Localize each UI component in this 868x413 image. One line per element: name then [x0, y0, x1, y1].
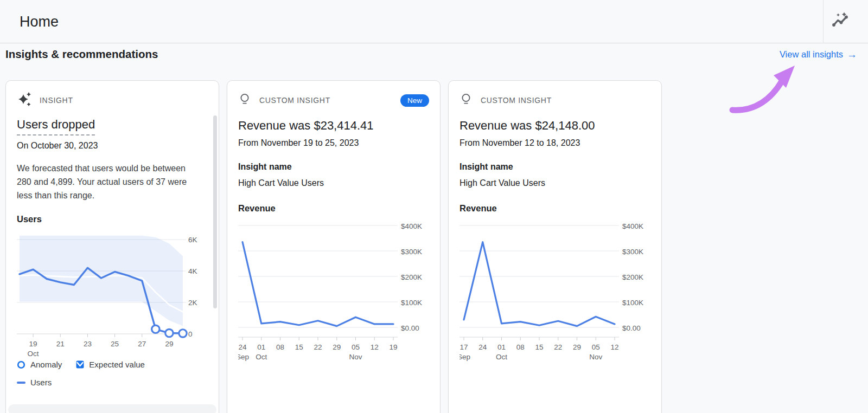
purple-annotation-arrow — [727, 59, 800, 115]
legend-expected-value: Expected value — [76, 360, 145, 369]
revenue-chart: $400K$300K$200K$100K$0.0017Sep2401Oct081… — [459, 217, 652, 362]
insights-sparkline-icon — [831, 12, 851, 31]
users-forecast-chart: 6K4K2K019Oct2123252729 — [17, 228, 209, 358]
svg-text:29: 29 — [333, 343, 341, 351]
view-all-insights-link[interactable]: View all insights → — [780, 49, 857, 60]
page-title: Home — [20, 14, 59, 30]
right-arrow-icon: → — [847, 49, 857, 60]
svg-text:Oct: Oct — [496, 353, 507, 361]
svg-text:Sep: Sep — [238, 353, 249, 361]
svg-text:27: 27 — [138, 340, 146, 348]
insight-card-revenue-nov12-18[interactable]: CUSTOM INSIGHT Revenue was $24,148.00 Fr… — [448, 80, 662, 413]
insight-name-label: Insight name — [238, 162, 429, 172]
svg-text:15: 15 — [295, 343, 303, 351]
svg-text:19: 19 — [389, 343, 397, 351]
svg-text:22: 22 — [314, 343, 322, 351]
svg-text:$0.00: $0.00 — [401, 324, 419, 332]
svg-text:01: 01 — [257, 343, 265, 351]
svg-text:Nov: Nov — [589, 353, 602, 361]
revenue-chart: $400K$300K$200K$100K$0.0024Sep01Oct08152… — [238, 217, 430, 362]
insight-card-users-dropped[interactable]: INSIGHT Users dropped On October 30, 202… — [5, 80, 219, 413]
svg-text:12: 12 — [371, 343, 379, 351]
svg-text:6K: 6K — [188, 236, 197, 244]
svg-text:$100K: $100K — [622, 299, 643, 307]
legend-users: Users — [17, 378, 52, 387]
topbar-divider — [823, 0, 824, 43]
svg-text:12: 12 — [610, 343, 618, 351]
insight-date: From November 12 to 18, 2023 — [459, 138, 650, 148]
card-tag-row: CUSTOM INSIGHT New — [238, 93, 429, 108]
new-badge: New — [400, 94, 429, 107]
svg-text:Sep: Sep — [459, 353, 470, 361]
svg-text:05: 05 — [592, 343, 600, 351]
insight-cards-row: INSIGHT Users dropped On October 30, 202… — [5, 80, 662, 413]
insight-name-value: High Cart Value Users — [238, 178, 429, 188]
svg-text:23: 23 — [84, 340, 92, 348]
insights-button[interactable] — [829, 10, 853, 34]
card-scrollbar-thumb[interactable] — [213, 115, 217, 308]
card-bottom-strip — [8, 404, 216, 413]
svg-text:$0.00: $0.00 — [622, 324, 641, 332]
anomaly-circle-icon — [17, 360, 25, 369]
svg-text:4K: 4K — [188, 267, 197, 275]
svg-text:29: 29 — [165, 340, 173, 348]
card-tag-label: INSIGHT — [40, 96, 73, 105]
chart-title: Users — [17, 214, 208, 224]
svg-text:$300K: $300K — [622, 248, 643, 256]
card-tag-label: CUSTOM INSIGHT — [259, 96, 330, 105]
insight-title[interactable]: Users dropped — [17, 118, 95, 135]
insight-name-label: Insight name — [459, 162, 650, 172]
card-tag-label: CUSTOM INSIGHT — [481, 96, 552, 105]
svg-text:05: 05 — [352, 343, 360, 351]
svg-text:$200K: $200K — [622, 273, 643, 281]
insight-date: From November 19 to 25, 2023 — [238, 138, 429, 148]
insight-title: Revenue was $24,148.00 — [459, 119, 650, 133]
section-heading: Insights & recommendations — [5, 48, 158, 61]
svg-text:$300K: $300K — [401, 248, 422, 256]
lightbulb-icon — [238, 92, 251, 108]
card-tag-row: INSIGHT — [17, 93, 208, 108]
chart-legend-row-2: Users — [17, 378, 208, 387]
svg-text:Oct: Oct — [28, 350, 39, 358]
svg-text:$200K: $200K — [401, 273, 422, 281]
svg-text:01: 01 — [497, 343, 506, 351]
svg-text:08: 08 — [516, 343, 525, 351]
svg-text:29: 29 — [573, 343, 581, 351]
svg-text:19: 19 — [29, 340, 37, 348]
svg-text:21: 21 — [56, 340, 65, 348]
legend-anomaly: Anomaly — [17, 360, 62, 369]
svg-text:15: 15 — [535, 343, 543, 351]
lightbulb-icon — [459, 92, 473, 108]
insight-card-revenue-nov19-25[interactable]: CUSTOM INSIGHT New Revenue was $23,414.4… — [227, 80, 441, 413]
chart-title: Revenue — [459, 203, 650, 214]
svg-text:Oct: Oct — [256, 353, 267, 361]
top-bar: Home — [0, 0, 868, 43]
svg-text:$400K: $400K — [622, 222, 643, 230]
insight-name-value: High Cart Value Users — [459, 178, 650, 188]
svg-text:24: 24 — [478, 343, 487, 351]
svg-text:Nov: Nov — [349, 353, 362, 361]
card-tag-row: CUSTOM INSIGHT — [459, 93, 650, 108]
svg-text:22: 22 — [554, 343, 562, 351]
svg-text:08: 08 — [276, 343, 284, 351]
chart-title: Revenue — [238, 203, 429, 214]
insight-title: Revenue was $23,414.41 — [238, 119, 429, 133]
view-all-insights-label: View all insights — [780, 49, 843, 60]
svg-text:$100K: $100K — [401, 299, 422, 307]
svg-text:17: 17 — [459, 343, 468, 351]
sparkle-icon — [17, 91, 31, 109]
svg-text:0: 0 — [188, 330, 193, 338]
svg-text:25: 25 — [111, 340, 119, 348]
svg-text:2K: 2K — [188, 299, 197, 307]
users-line-icon — [17, 381, 25, 384]
chart-legend-row-1: Anomaly Expected value — [17, 360, 208, 369]
insight-date: On October 30, 2023 — [17, 141, 208, 151]
svg-text:$400K: $400K — [401, 222, 422, 230]
insight-description: We forecasted that users would be betwee… — [17, 162, 199, 202]
svg-text:24: 24 — [238, 343, 247, 351]
expected-value-band-icon — [76, 360, 84, 369]
